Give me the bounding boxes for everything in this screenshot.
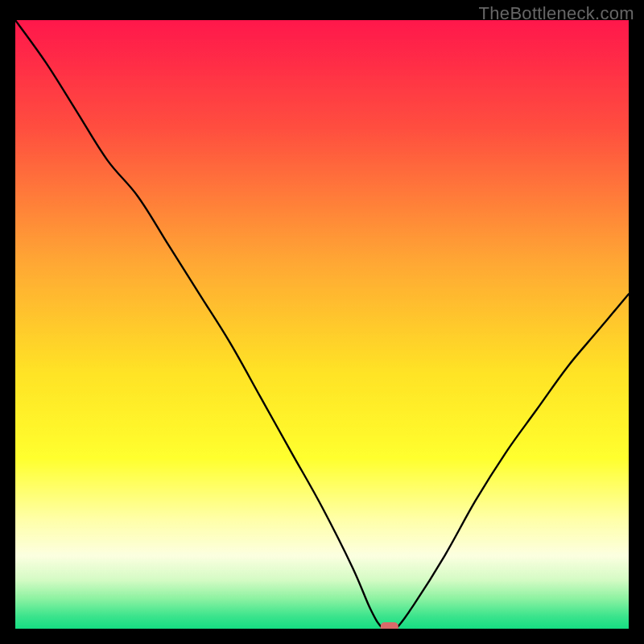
gradient-background	[15, 20, 629, 629]
watermark-text: TheBottleneck.com	[479, 3, 634, 24]
optimum-marker	[381, 622, 398, 629]
chart-svg	[15, 20, 629, 629]
chart-plot-area	[15, 20, 629, 629]
